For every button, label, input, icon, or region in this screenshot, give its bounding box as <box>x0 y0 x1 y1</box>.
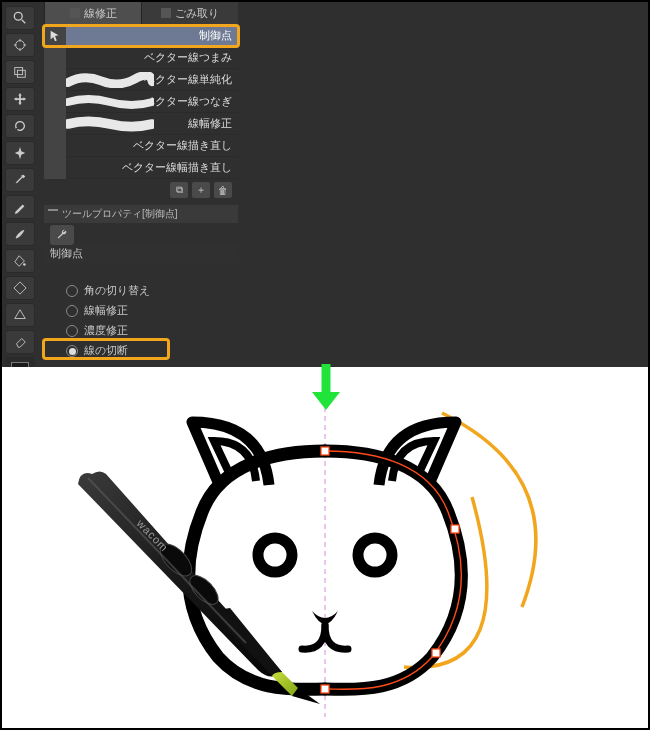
tool-label: ベクター線描き直し <box>68 139 238 153</box>
rotate-icon[interactable] <box>5 114 35 138</box>
tab-label: 線修正 <box>84 6 117 21</box>
eraser-icon[interactable] <box>5 330 35 354</box>
prop-width[interactable]: 線幅修正 <box>44 301 238 321</box>
svg-line-1 <box>22 20 26 24</box>
layers-icon[interactable] <box>5 60 35 84</box>
tool-row-width[interactable]: 線幅修正 <box>44 113 238 135</box>
tool-row-redraw-width[interactable]: ベクター線幅描き直し <box>44 157 238 179</box>
tab-line-edit[interactable]: 線修正 <box>44 2 141 24</box>
register-icon[interactable] <box>5 33 35 57</box>
brush-stroke-icon <box>66 116 154 132</box>
prop-density[interactable]: 濃度修正 <box>44 321 238 341</box>
magnifier-icon[interactable] <box>5 6 35 30</box>
svg-point-0 <box>14 12 22 20</box>
tool-row-redraw[interactable]: ベクター線描き直し <box>44 135 238 157</box>
tool-label: ベクター線幅描き直し <box>68 161 238 175</box>
gradient-icon[interactable] <box>5 276 35 300</box>
duplicate-icon[interactable]: ⧉ <box>170 182 188 198</box>
brush-stroke-icon <box>66 94 154 110</box>
brush-icon[interactable] <box>5 222 35 246</box>
stylus-pen: wacom <box>76 468 326 708</box>
control-point <box>451 525 459 533</box>
fill-icon[interactable] <box>5 249 35 273</box>
tool-label: 制御点 <box>68 29 238 43</box>
tool-row-pinch[interactable]: ベクター線つまみ <box>44 47 238 69</box>
tool-row-simplify[interactable]: ベクター線単純化 <box>44 69 238 91</box>
effect-icon[interactable] <box>5 141 35 165</box>
arrow-down-icon <box>306 362 346 412</box>
radio-icon <box>66 305 78 317</box>
brush-stroke-icon <box>66 72 154 88</box>
property-subheader: 制御点 <box>44 245 238 263</box>
svg-rect-7 <box>15 68 23 75</box>
pen-icon[interactable] <box>5 195 35 219</box>
connect-icon <box>44 91 66 113</box>
prop-corner-toggle[interactable]: 角の切り替え <box>44 281 238 301</box>
tab-trash[interactable]: ごみ取り <box>141 2 238 24</box>
redraw-icon <box>44 135 66 157</box>
eyedropper-icon[interactable] <box>5 168 35 192</box>
svg-point-9 <box>23 263 26 266</box>
trash-icon[interactable]: 🗑 <box>214 182 232 198</box>
control-point <box>432 649 440 657</box>
pinch-icon <box>44 47 66 69</box>
tool-row-connect[interactable]: ベクター線つなぎ <box>44 91 238 113</box>
svg-point-12 <box>358 538 392 572</box>
svg-point-2 <box>16 41 25 50</box>
wrench-icon[interactable] <box>50 225 74 245</box>
svg-rect-8 <box>17 70 25 77</box>
radio-icon <box>66 345 78 357</box>
tab-label: ごみ取り <box>175 6 219 21</box>
control-point <box>321 447 329 455</box>
width-icon <box>44 113 66 135</box>
simplify-icon <box>44 69 66 91</box>
property-header: ツールプロパティ[制御点] <box>44 205 238 223</box>
redraw-width-icon <box>44 157 66 179</box>
cursor-icon <box>44 25 66 47</box>
add-icon[interactable]: ＋ <box>192 182 210 198</box>
tool-label: ベクター線つまみ <box>68 51 238 65</box>
move-icon[interactable] <box>5 87 35 111</box>
tool-row-control-point[interactable]: 制御点 <box>44 25 238 47</box>
prop-cut[interactable]: 線の切断 <box>44 341 238 361</box>
radio-icon <box>66 285 78 297</box>
shape-icon[interactable] <box>5 303 35 327</box>
radio-icon <box>66 325 78 337</box>
